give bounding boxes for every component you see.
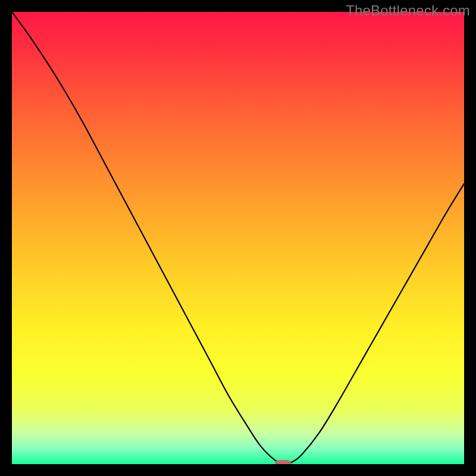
chart-background [12,12,464,464]
watermark-text: TheBottleneck.com [346,2,470,19]
chart-svg [12,12,464,464]
optimal-marker [275,460,291,464]
chart-frame: TheBottleneck.com [0,0,476,476]
plot-area [12,12,464,464]
